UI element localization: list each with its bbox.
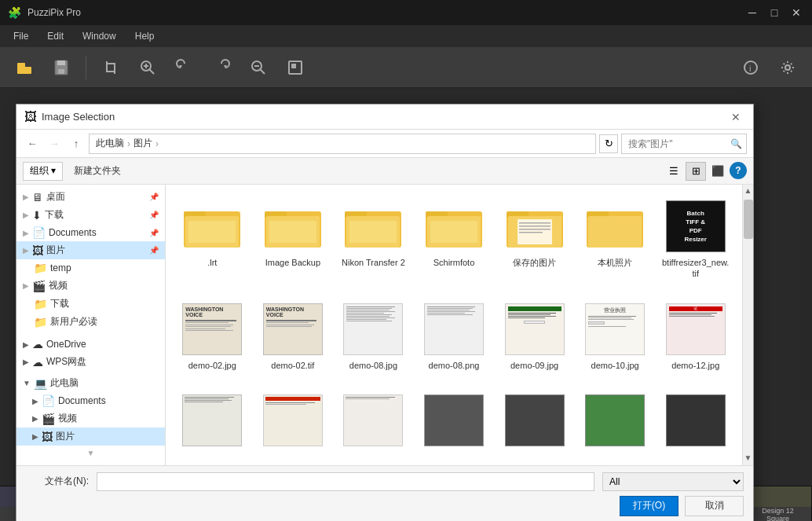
close-btn[interactable]: ✕ [788, 5, 804, 20]
nav-item-newuser[interactable]: 📁 新用户必读 [16, 313, 165, 331]
preview-pane-btn[interactable]: ⬛ [708, 162, 728, 181]
dark-thumb-5 [503, 393, 566, 448]
address-bar: ← → ↑ 此电脑 › 图片 › ↻ 🔍 [16, 130, 753, 158]
svg-line-10 [149, 69, 154, 74]
svg-rect-38 [430, 221, 477, 243]
nav-item-onedrive[interactable]: ▶ ☁ OneDrive [16, 336, 165, 353]
downloads2-icon: 📁 [34, 298, 47, 310]
svg-rect-3 [57, 61, 65, 65]
file-item-local[interactable]: 本机照片 [578, 194, 653, 284]
nav-item-downloads2[interactable]: 📁 下载 [16, 295, 165, 313]
crop-btn[interactable] [94, 51, 127, 84]
file-name-demo09jpg: demo-09.jpg [510, 360, 558, 371]
svg-point-22 [785, 65, 790, 70]
file-item-row3-3[interactable] [336, 388, 411, 456]
menu-help[interactable]: Help [126, 28, 164, 45]
nav-up-btn[interactable]: ↑ [67, 134, 86, 153]
nav-item-wps[interactable]: ▶ ☁ WPS网盘 [16, 353, 165, 371]
details-view-btn[interactable]: ⊞ [686, 162, 706, 181]
file-item-row3-2[interactable] [256, 388, 331, 456]
file-name-schirmfoto: Schirmfoto [433, 257, 475, 268]
download-icon: ⬇ [32, 209, 42, 222]
scroll-up-arrow[interactable]: ▲ [743, 185, 753, 196]
scrollbar[interactable]: ▲ ▼ [742, 185, 753, 465]
scroll-thumb[interactable] [744, 200, 753, 239]
nav-item-pc-videos[interactable]: ▶ 🎬 视频 [16, 409, 165, 427]
filename-input[interactable] [97, 472, 594, 491]
file-item-lrt[interactable]: .lrt [175, 194, 250, 284]
settings-btn[interactable] [771, 51, 804, 84]
nav-forward-btn[interactable]: → [45, 134, 64, 153]
cancel-btn[interactable]: 取消 [685, 496, 744, 516]
address-path[interactable]: 此电脑 › 图片 › [89, 134, 596, 154]
rotate-left-btn[interactable] [168, 51, 201, 84]
file-item-row3-5[interactable] [497, 388, 572, 456]
strip-item-12[interactable]: Design 12Square [744, 486, 812, 521]
open-file-btn[interactable] [8, 51, 41, 84]
svg-rect-1 [17, 67, 31, 74]
svg-rect-19 [291, 64, 296, 68]
refresh-btn[interactable]: ↻ [599, 134, 618, 153]
nav-item-documents[interactable]: ▶ 📄 Documents 📌 [16, 224, 165, 241]
file-item-row3-6[interactable] [578, 388, 653, 456]
help-btn[interactable]: ? [730, 162, 747, 179]
info-btn[interactable]: i [734, 51, 767, 84]
nav-back-btn[interactable]: ← [23, 134, 42, 153]
zoom-in-btn[interactable] [131, 51, 164, 84]
file-item-demo08png[interactable]: demo-08.png [417, 297, 492, 376]
footer-buttons: 打开(O) 取消 [26, 496, 744, 516]
file-item-row3-4[interactable] [417, 388, 492, 456]
strip-thumb-12 [744, 486, 811, 507]
nav-label-desktop: 桌面 [46, 190, 65, 204]
file-item-demo10jpg[interactable]: 营业执照 [578, 297, 653, 376]
maximize-btn[interactable]: □ [766, 5, 782, 20]
cert-thumb-demo09 [503, 302, 566, 357]
nav-item-videos[interactable]: ▶ 🎬 视频 [16, 277, 165, 295]
nav-item-downloads[interactable]: ▶ ⬇ 下载 📌 [16, 206, 165, 224]
file-item-row3-1[interactable] [175, 388, 250, 456]
file-item-saved[interactable]: 保存的图片 [497, 194, 572, 284]
nav-label-pictures: 图片 [46, 244, 65, 257]
menu-file[interactable]: File [4, 28, 38, 45]
file-item-demo02tif[interactable]: WASHINGTON VOICE demo-02.tif [256, 297, 331, 376]
organize-btn[interactable]: 组织 ▾ [23, 162, 63, 181]
save-btn[interactable] [45, 51, 78, 84]
temp-folder-icon: 📁 [34, 262, 47, 274]
file-item-demo09jpg[interactable]: demo-09.jpg [497, 297, 572, 376]
nav-item-pictures[interactable]: ▶ 🖼 图片 📌 [16, 241, 165, 259]
nav-item-pc-pictures[interactable]: ▶ 🖼 图片 [16, 427, 165, 446]
file-item-btiff[interactable]: Batch TIFF & PDF Resizer btiffresizer3_n… [658, 194, 733, 284]
fullscreen-btn[interactable] [279, 51, 312, 84]
file-item-schirmfoto[interactable]: Schirmfoto [417, 194, 492, 284]
rotate-right-btn[interactable] [205, 51, 238, 84]
open-btn[interactable]: 打开(O) [620, 496, 678, 516]
scroll-down-arrow[interactable]: ▼ [743, 452, 753, 464]
file-item-demo12jpg[interactable]: 证 demo-12.jpg [658, 297, 733, 376]
dark-thumb-4 [422, 393, 485, 448]
file-item-imagebackup[interactable]: Image Backup [256, 194, 331, 284]
breadcrumb-computer: 此电脑 [96, 137, 124, 150]
content-area: aF 🖼 Image Selection ✕ ← → ↑ 此电脑 [0, 88, 812, 486]
nav-label-pc-documents: Documents [58, 395, 106, 406]
dark-thumb-7 [664, 393, 727, 448]
menu-edit[interactable]: Edit [38, 28, 73, 45]
file-item-nikon[interactable]: Nikon Transfer 2 [336, 194, 411, 284]
nav-item-pc-documents[interactable]: ▶ 📄 Documents [16, 392, 165, 409]
new-folder-btn[interactable]: 新建文件夹 [68, 162, 127, 181]
minimize-btn[interactable]: ─ [744, 5, 760, 20]
menu-bar: File Edit Window Help [0, 25, 812, 47]
zoom-out-btn[interactable] [242, 51, 275, 84]
nav-item-thispc[interactable]: ▼ 💻 此电脑 [16, 374, 165, 392]
file-item-demo02jpg[interactable]: WASHINGTON VOICE demo- [175, 297, 250, 376]
nav-item-desktop[interactable]: ▶ 🖥 桌面 📌 [16, 188, 165, 206]
file-item-row3-7[interactable] [658, 388, 733, 456]
nav-scroll-down[interactable]: ▼ [16, 446, 165, 460]
menu-window[interactable]: Window [73, 28, 126, 45]
file-item-demo08jpg[interactable]: demo-08.jpg [336, 297, 411, 376]
list-view-btn[interactable]: ☰ [664, 162, 684, 181]
nav-item-temp[interactable]: 📁 temp [16, 259, 165, 277]
folder-row: .lrt Image Backup [172, 191, 736, 288]
dialog-close-btn[interactable]: ✕ [726, 108, 745, 127]
search-input[interactable] [621, 134, 747, 154]
filetype-select[interactable]: All [602, 472, 744, 491]
